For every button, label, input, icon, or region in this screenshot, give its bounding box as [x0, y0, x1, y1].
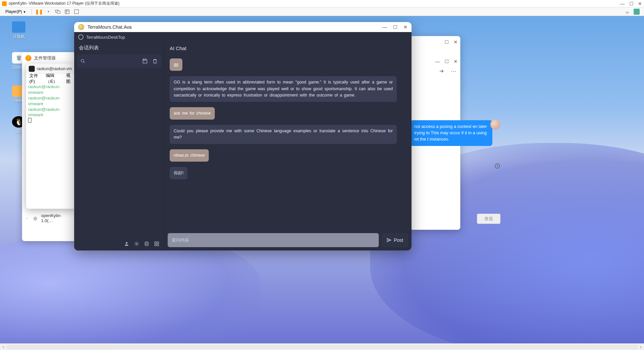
scroll-right-arrow[interactable]: › [637, 345, 644, 349]
post-button[interactable]: Post [381, 233, 408, 247]
chat-title: AI Chat [164, 42, 412, 54]
more-icon[interactable]: ⋯ [451, 68, 456, 74]
svg-rect-1 [57, 11, 60, 13]
svg-point-6 [81, 59, 84, 62]
terramours-subtitle: TerraMoursDeskTop [86, 35, 125, 40]
dropdown-caret-icon[interactable]: ▼ [45, 9, 51, 15]
sidebar-toolbar [77, 54, 161, 68]
avatar [490, 120, 500, 130]
post-button-label: Post [394, 237, 403, 243]
minimize-button[interactable]: — [382, 24, 387, 30]
grid-icon[interactable] [154, 241, 159, 246]
svg-rect-11 [155, 242, 156, 243]
toolbar-divider [31, 9, 32, 15]
svg-rect-2 [65, 10, 69, 14]
scroll-track[interactable] [7, 345, 637, 349]
svg-rect-14 [157, 244, 159, 246]
terramours-title-text: TerraMours.Chat.Ava [88, 24, 132, 30]
svg-rect-3 [74, 10, 78, 14]
desktop-icon-computer[interactable]: 计算机 [9, 21, 29, 40]
user-icon[interactable] [124, 241, 129, 246]
vmware-close-button[interactable]: ✕ [638, 1, 642, 6]
vmware-minimize-button[interactable]: — [620, 1, 625, 6]
forward-icon[interactable] [439, 68, 445, 74]
terramours-body: 会话列表 [74, 42, 412, 250]
svg-rect-7 [144, 59, 146, 60]
maximize-button[interactable]: ☐ [393, 24, 397, 30]
sidebar: 会话列表 [74, 42, 164, 250]
bg-chat-maximize-button[interactable]: ☐ [445, 39, 449, 45]
search-icon[interactable] [80, 58, 86, 64]
save-icon[interactable] [142, 58, 148, 64]
bg-chat-send-button[interactable]: 发送 [477, 214, 500, 224]
terminal-prompt-line: raokun@raokun-vmware [28, 96, 74, 107]
terminal-window[interactable]: raokun@raokun-vm 文件 (F) 编辑（E） 视图 raokun@… [26, 63, 76, 209]
chat-input-bar: 提问内容 Post [168, 233, 408, 247]
vmware-maximize-button[interactable]: ☐ [629, 1, 634, 6]
host-horizontal-scrollbar[interactable]: ‹ › [0, 343, 644, 350]
player-menu[interactable]: Player(P)▼ [3, 9, 29, 15]
chat-message-ai: GG is a slang term often used in abbrevi… [170, 76, 397, 102]
vmware-title-bar: openKylin- VMware Workstation 17 Player … [0, 0, 644, 7]
gear-icon[interactable] [134, 241, 139, 246]
send-ctrl-alt-del-icon[interactable] [55, 9, 61, 15]
bg-chat-actions: ⋯ [439, 68, 456, 74]
vmware-app-icon [2, 1, 7, 6]
terminal-menu-bar: 文件 (F) 编辑（E） 视图 [26, 74, 76, 83]
terminal-menu-edit[interactable]: 编辑（E） [46, 72, 61, 84]
terramours-inner: TerraMoursDeskTop 会话列表 [74, 32, 412, 250]
guest-desktop[interactable]: 计算机 🗑️ 回收站 raoku 🐧 QQ ! 文件管理器 › ⊟ 数据盘 › … [0, 16, 644, 343]
terramours-window[interactable]: TerraMours.Chat.Ava — ☐ ✕ TerraMoursDesk… [74, 22, 412, 250]
svg-point-4 [627, 13, 628, 13]
terminal-prompt-line: raokun@raokun-vmware [28, 107, 74, 118]
close-button[interactable]: ✕ [404, 24, 408, 30]
chat-message-ai: 你好! [170, 167, 187, 179]
chat-message-user: ask me for chinese [170, 107, 215, 120]
network-icon[interactable] [624, 9, 630, 15]
background-chat-window[interactable]: ☐ ✕ — ☐ ✕ ⋯ not access a posing a contex… [410, 36, 460, 230]
terramours-subheader: TerraMoursDeskTop [74, 32, 412, 42]
terminal-menu-file[interactable]: 文件 (F) [29, 73, 41, 84]
svg-point-9 [136, 243, 137, 244]
svg-rect-13 [155, 244, 156, 246]
bg-chat-minimize-button[interactable]: — [435, 59, 440, 64]
unity-icon[interactable] [73, 9, 79, 15]
fullscreen-icon[interactable] [64, 9, 70, 15]
bg-chat-close-button[interactable]: ✕ [454, 59, 458, 64]
disc-icon: ◎ [33, 215, 38, 221]
terramours-window-buttons: — ☐ ✕ [382, 24, 408, 30]
chat-panel: AI Chat gg GG is a slang term often used… [164, 42, 412, 250]
chat-input-placeholder: 提问内容 [172, 237, 189, 243]
terminal-menu-view[interactable]: 视图 [66, 72, 73, 84]
bg-chat-message: not access a posing a context en later t… [410, 120, 492, 146]
bg-chat-window-buttons: ☐ ✕ [445, 39, 458, 45]
file-manager-title-text: 文件管理器 [34, 55, 56, 61]
vmware-toolbar: Player(P)▼ ❚❚ ▼ [0, 7, 644, 16]
scroll-left-arrow[interactable]: ‹ [0, 345, 7, 349]
file-tree-item-openkylin[interactable]: › ◎ openKylin-1.0(… [22, 211, 76, 225]
chevron-right-icon: › [26, 216, 29, 220]
terminal-body[interactable]: raokun@raokun-vmware raokun@raokun-vmwar… [26, 83, 76, 126]
trash-icon[interactable] [152, 58, 158, 64]
vmware-title-text: openKylin- VMware Workstation 17 Player … [9, 1, 120, 6]
chat-message-user: gg [170, 58, 182, 71]
app-icon [78, 24, 84, 30]
vmware-window-buttons: — ☐ ✕ [617, 1, 642, 6]
vmware-tools-icon[interactable] [634, 9, 640, 15]
bg-chat-close-button[interactable]: ✕ [454, 39, 458, 45]
history-icon[interactable] [494, 163, 500, 169]
terminal-icon [29, 66, 35, 72]
file-tree-label: openKylin-1.0(… [41, 213, 72, 223]
warning-icon: ! [25, 55, 31, 61]
terminal-cursor [28, 118, 31, 123]
chat-thread[interactable]: gg GG is a slang term often used in abbr… [164, 54, 412, 231]
database-icon[interactable] [144, 241, 149, 246]
terramours-title-bar[interactable]: TerraMours.Chat.Ava — ☐ ✕ [74, 22, 412, 32]
chat-input[interactable]: 提问内容 [168, 233, 379, 247]
bg-chat-send-label: 发送 [484, 216, 493, 222]
terminal-title-text: raokun@raokun-vm [37, 66, 72, 71]
bg-chat-maximize-button[interactable]: ☐ [445, 59, 449, 64]
pause-icon[interactable]: ❚❚ [36, 9, 42, 15]
chat-message-user: nihao,to chinese [170, 149, 209, 162]
svg-point-8 [126, 242, 127, 244]
